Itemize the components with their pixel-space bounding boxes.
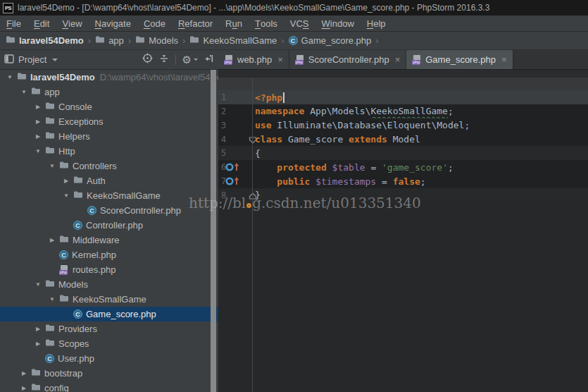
folder-icon bbox=[31, 368, 41, 379]
tree-item-middleware[interactable]: ▶Middleware bbox=[0, 233, 218, 247]
breadcrumb-label: Game_score.php bbox=[301, 35, 372, 46]
watermark-text: g.csdn.net/u013351340 bbox=[252, 195, 421, 212]
chevron-collapsed-icon[interactable]: ▶ bbox=[45, 237, 59, 243]
collapse-all-icon[interactable] bbox=[159, 54, 169, 66]
code-line-7[interactable]: 7 public $timestamps = false; bbox=[218, 174, 588, 188]
tree-item-controller-php[interactable]: CController.php bbox=[0, 218, 218, 233]
menu-vcs[interactable]: VCS bbox=[284, 16, 315, 32]
settings-gear-icon[interactable]: ⚙ bbox=[182, 55, 198, 65]
tree-item-config[interactable]: ▶config bbox=[0, 381, 218, 392]
chevron-expanded-icon[interactable]: ▼ bbox=[31, 148, 45, 154]
breadcrumb-item-app[interactable]: app bbox=[95, 35, 124, 46]
menu-run[interactable]: Run bbox=[219, 16, 249, 32]
menu-tools[interactable]: Tools bbox=[249, 16, 284, 32]
code-line-4[interactable]: 4class Game_score extends Model bbox=[218, 133, 588, 147]
tree-item-keekosmallgame[interactable]: ▼KeekoSmallGame bbox=[0, 188, 218, 203]
orange-ring-icon bbox=[246, 203, 251, 208]
line-number[interactable]: 5 bbox=[221, 148, 231, 158]
code-line-2[interactable]: 2namespace App\Models\KeekoSmallGame; bbox=[218, 104, 588, 118]
code-editor[interactable]: 1<?php2namespace App\Models\KeekoSmallGa… bbox=[218, 70, 588, 392]
close-icon[interactable]: × bbox=[501, 54, 507, 65]
breadcrumb-item-laravel54demo[interactable]: laravel54Demo bbox=[6, 35, 84, 46]
override-gutter-icon[interactable] bbox=[225, 176, 242, 188]
override-gutter-icon[interactable] bbox=[225, 162, 242, 174]
line-number[interactable]: 3 bbox=[221, 121, 231, 130]
chevron-collapsed-icon[interactable]: ▶ bbox=[31, 326, 45, 332]
tab-web-php[interactable]: phpweb.php× bbox=[218, 50, 289, 69]
line-number[interactable]: 1 bbox=[221, 92, 231, 102]
chevron-expanded-icon[interactable]: ▼ bbox=[45, 163, 59, 169]
tree-item-exceptions[interactable]: ▶Exceptions bbox=[0, 114, 218, 129]
tree-item-auth[interactable]: ▶Auth bbox=[0, 173, 218, 188]
chevron-expanded-icon[interactable]: ▼ bbox=[17, 89, 31, 95]
close-icon[interactable]: × bbox=[395, 54, 401, 65]
project-tree-scrollbar[interactable] bbox=[211, 70, 216, 392]
php-class-icon: C bbox=[73, 221, 82, 230]
chevron-expanded-icon[interactable]: ▼ bbox=[45, 296, 59, 302]
folder-icon bbox=[45, 338, 55, 349]
chevron-down-icon[interactable] bbox=[52, 59, 58, 61]
line-number[interactable]: 2 bbox=[221, 106, 231, 116]
chevron-collapsed-icon[interactable]: ▶ bbox=[59, 178, 73, 184]
editor-tab-bar: phpweb.php×phpScoreController.php×phpGam… bbox=[218, 50, 588, 70]
scrollbar-thumb[interactable] bbox=[211, 70, 216, 392]
tree-item-http[interactable]: ▼Http bbox=[0, 144, 218, 159]
tree-item-keekosmallgame[interactable]: ▼KeekoSmallGame bbox=[0, 292, 218, 307]
chevron-collapsed-icon[interactable]: ▶ bbox=[17, 385, 31, 391]
folder-icon bbox=[31, 383, 41, 392]
tree-item-providers[interactable]: ▶Providers bbox=[0, 321, 218, 336]
tree-item-bootstrap[interactable]: ▶bootstrap bbox=[0, 366, 218, 381]
project-panel-title[interactable]: Project bbox=[18, 54, 46, 65]
tree-item-helpers[interactable]: ▶Helpers bbox=[0, 129, 218, 144]
breadcrumb-item-keekosmallgame[interactable]: KeekoSmallGame bbox=[189, 35, 277, 46]
code-line-6[interactable]: 6 protected $table = 'game_score'; bbox=[218, 160, 588, 174]
menu-file[interactable]: File bbox=[0, 16, 27, 32]
tree-item-laravel54demo[interactable]: ▼laravel54DemoD:\wamp64\vhost\laravel54D… bbox=[0, 70, 218, 85]
tree-item-user-php[interactable]: CUser.php bbox=[0, 351, 218, 366]
chevron-expanded-icon[interactable]: ▼ bbox=[59, 192, 73, 199]
close-icon[interactable]: × bbox=[277, 54, 283, 65]
tree-item-console[interactable]: ▶Console bbox=[0, 99, 218, 114]
chevron-collapsed-icon[interactable]: ▶ bbox=[31, 118, 45, 125]
chevron-collapsed-icon[interactable]: ▶ bbox=[31, 133, 45, 140]
code-line-3[interactable]: 3use Illuminate\Database\Eloquent\Model; bbox=[218, 118, 588, 133]
line-number[interactable]: 4 bbox=[221, 135, 231, 145]
chevron-collapsed-icon[interactable]: ▶ bbox=[31, 104, 45, 110]
folder-icon bbox=[59, 161, 69, 171]
chevron-expanded-icon[interactable]: ▼ bbox=[31, 281, 45, 288]
chevron-collapsed-icon[interactable]: ▶ bbox=[31, 341, 45, 347]
tree-item-routes-php[interactable]: phproutes.php bbox=[0, 262, 218, 277]
code-line-5[interactable]: 5{ bbox=[218, 146, 588, 160]
tab-scorecontroller-php[interactable]: phpScoreController.php× bbox=[289, 50, 407, 69]
tree-item-app[interactable]: ▼app bbox=[0, 85, 218, 99]
php-file-icon: php bbox=[295, 55, 305, 65]
menu-help[interactable]: Help bbox=[361, 16, 392, 32]
menu-window[interactable]: Window bbox=[315, 16, 361, 32]
tab-game_score-php[interactable]: phpGame_score.php× bbox=[406, 50, 513, 69]
menu-navigate[interactable]: Navigate bbox=[89, 16, 137, 32]
code-text: use Illuminate\Database\Eloquent\Model; bbox=[255, 120, 470, 130]
hide-panel-icon[interactable] bbox=[204, 54, 214, 66]
code-line-1[interactable]: 1<?php bbox=[218, 90, 588, 104]
tree-item-models[interactable]: ▼Models bbox=[0, 277, 218, 292]
menu-edit[interactable]: Edit bbox=[27, 16, 56, 32]
menu-refactor[interactable]: Refactor bbox=[172, 16, 219, 32]
chevron-collapsed-icon[interactable]: ▶ bbox=[17, 370, 31, 376]
breadcrumb-item-game_score.php[interactable]: CGame_score.php bbox=[289, 35, 372, 46]
tree-item-scopes[interactable]: ▶Scopes bbox=[0, 336, 218, 351]
tree-item-label: bootstrap bbox=[44, 368, 82, 379]
project-panel-header: Project ⚙ bbox=[0, 50, 218, 70]
php-file-icon: php bbox=[59, 265, 69, 275]
text-cursor bbox=[283, 92, 284, 103]
locate-icon[interactable] bbox=[142, 53, 153, 66]
breadcrumb-item-models[interactable]: Models bbox=[135, 35, 178, 46]
menu-view[interactable]: View bbox=[56, 16, 88, 32]
chevron-expanded-icon[interactable]: ▼ bbox=[3, 74, 17, 80]
breadcrumb-label: Models bbox=[149, 35, 178, 46]
menu-code[interactable]: Code bbox=[137, 16, 172, 32]
tree-item-kernel-php[interactable]: CKernel.php bbox=[0, 247, 218, 262]
php-class-icon: C bbox=[289, 36, 298, 45]
tree-item-controllers[interactable]: ▼Controllers bbox=[0, 159, 218, 173]
tree-item-scorecontroller-php[interactable]: CScoreController.php bbox=[0, 203, 218, 218]
tree-item-game_score-php[interactable]: CGame_score.php bbox=[0, 307, 218, 321]
